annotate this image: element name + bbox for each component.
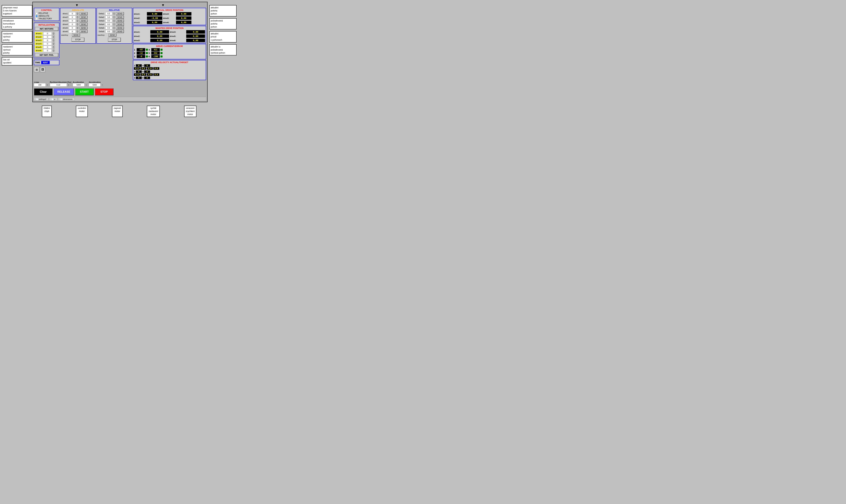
abs-drive2-input[interactable] (69, 16, 76, 19)
init-drive5-input[interactable] (43, 46, 52, 49)
init-drive1-up[interactable]: ▲ (52, 32, 55, 34)
rel-delta4-down[interactable]: ▼ (113, 24, 115, 26)
abs-drive3-up[interactable]: ▲ (76, 19, 79, 21)
rel-delta3-input[interactable] (105, 19, 112, 22)
init-drive3-input[interactable] (43, 39, 52, 42)
rel-delta5-send[interactable]: SEND (116, 26, 124, 30)
init-drive6-up[interactable]: ▲ (52, 49, 55, 51)
init-drive4-input[interactable] (43, 42, 52, 45)
small-icon-1[interactable]: ⊞ (34, 67, 39, 72)
abs-drive6-send[interactable]: SEND (80, 30, 87, 33)
rel-delta2-input[interactable] (105, 16, 112, 19)
init-drive6-input[interactable] (43, 49, 52, 52)
rel-delta5-input[interactable] (105, 26, 112, 30)
tab-settings2[interactable]: 📄 settings2 (34, 97, 49, 101)
rel-delta6-send[interactable]: SEND (116, 30, 124, 33)
abs-drive4-input[interactable] (69, 23, 76, 26)
rel-delta6-input[interactable] (105, 30, 112, 33)
abs-drive6-input[interactable] (69, 30, 76, 33)
init-drive1-down[interactable]: ▼ (52, 34, 55, 35)
init-drive4-up[interactable]: ▲ (52, 42, 55, 44)
radio-trajectory-input[interactable] (36, 18, 38, 20)
jecceleration-up[interactable]: ▲ (101, 83, 103, 85)
rel-delta5-down[interactable]: ▼ (113, 28, 115, 30)
rel-delta1-input[interactable] (105, 12, 112, 15)
rel-delta1-send[interactable]: SEND (116, 12, 124, 15)
radio-absolute-input[interactable] (36, 15, 38, 17)
abs-drive4-down[interactable]: ▼ (76, 24, 79, 26)
init-drive1-input[interactable] (43, 32, 52, 35)
abs-drive6-down[interactable]: ▼ (76, 32, 79, 33)
radio-trajectory[interactable]: TRAJECTORY (36, 18, 58, 20)
abs-drive3-send[interactable]: SEND (80, 19, 87, 22)
rel-delta2-down[interactable]: ▼ (113, 17, 115, 19)
set-init-pos-button[interactable]: SET INIT. POS. (35, 53, 58, 57)
acceleration-down[interactable]: ▼ (85, 85, 87, 86)
rel-vsechny-send[interactable]: SEND (108, 34, 117, 37)
abs-drive5-up[interactable]: ▲ (76, 26, 79, 28)
init-drive3-up[interactable]: ▲ (52, 39, 55, 40)
abs-drive5-down[interactable]: ▼ (76, 28, 79, 30)
init-drive6-down[interactable]: ▼ (52, 51, 55, 52)
radio-relative-input[interactable] (36, 12, 38, 15)
tab-dimensions[interactable]: 📄 dimensions (58, 97, 75, 101)
abs-drive5-input[interactable] (69, 26, 76, 30)
rel-delta3-up[interactable]: ▲ (113, 19, 115, 21)
zmax-up[interactable]: ▲ (46, 83, 49, 85)
abs-drive5-send[interactable]: SEND (80, 26, 87, 30)
rel-delta3-send[interactable]: SEND (116, 19, 124, 22)
abs-drive1-down[interactable]: ▼ (76, 14, 79, 15)
init-drive2-input[interactable] (43, 35, 52, 38)
rel-delta6-down[interactable]: ▼ (113, 32, 115, 33)
rel-delta4-send[interactable]: SEND (116, 23, 124, 26)
stop-button[interactable]: STOP (95, 88, 113, 95)
abs-drive2-down[interactable]: ▼ (76, 17, 79, 19)
jecceleration-down[interactable]: ▼ (101, 85, 103, 86)
abs-drive1-input[interactable] (69, 12, 76, 15)
radio-absolute[interactable]: ABSOLUTE (36, 15, 58, 17)
abs-stop-button[interactable]: STOP (71, 38, 84, 42)
rel-delta6-up[interactable]: ▲ (113, 30, 115, 32)
init-drive5-up[interactable]: ▲ (52, 46, 55, 47)
rychlost-down[interactable]: ▼ (67, 85, 70, 86)
release-button[interactable]: RELEASE (54, 88, 74, 95)
rel-delta1-up[interactable]: ▲ (113, 12, 115, 14)
abs-drive4-send[interactable]: SEND (80, 23, 87, 26)
acceleration-input[interactable] (73, 83, 85, 87)
rel-delta4-input[interactable] (105, 23, 112, 26)
acceleration-up[interactable]: ▲ (85, 83, 87, 85)
rel-delta4-up[interactable]: ▲ (113, 23, 115, 24)
abs-drive2-up[interactable]: ▲ (76, 16, 79, 17)
rel-delta2-up[interactable]: ▲ (113, 16, 115, 17)
rychlost-up[interactable]: ▲ (67, 83, 70, 85)
init-drive2-down[interactable]: ▼ (52, 37, 55, 38)
abs-drive1-up[interactable]: ▲ (76, 12, 79, 14)
abs-vsechny-send[interactable]: SEND (72, 34, 80, 37)
abs-drive6-up[interactable]: ▲ (76, 30, 79, 32)
rel-delta1-down[interactable]: ▼ (113, 14, 115, 15)
init-drive5-down[interactable]: ▼ (52, 47, 55, 49)
radio-relative[interactable]: RELATIVE (36, 12, 58, 15)
init-drive4-down[interactable]: ▼ (52, 44, 55, 45)
abs-drive1-send[interactable]: SEND (80, 12, 87, 15)
zmax-input[interactable] (34, 83, 46, 87)
small-icon-2[interactable]: 🖼 (40, 67, 46, 72)
abs-drive3-input[interactable] (69, 19, 76, 22)
clear-button[interactable]: Clear (34, 88, 53, 95)
rychlost-input[interactable] (50, 83, 67, 87)
jecceleration-input[interactable] (89, 83, 101, 87)
rel-delta3-down[interactable]: ▼ (113, 21, 115, 22)
start-button[interactable]: START (75, 88, 94, 95)
zmax-down[interactable]: ▼ (46, 85, 49, 86)
abs-drive3-down[interactable]: ▼ (76, 21, 79, 22)
tab-u[interactable]: 📄 u (49, 97, 57, 101)
init-drive2-up[interactable]: ▲ (52, 35, 55, 37)
rel-stop-button[interactable]: STOP (108, 38, 121, 42)
abs-drive2-send[interactable]: SEND (80, 16, 87, 19)
rel-delta2-send[interactable]: SEND (116, 16, 124, 19)
abs-drive4-up[interactable]: ▲ (76, 23, 79, 24)
init-drive3-down[interactable]: ▼ (52, 40, 55, 42)
control-radio-group: RELATIVE ABSOLUTE TRAJECTORY (36, 12, 58, 20)
init-motors-button[interactable]: INIT. MOTORS (35, 27, 58, 31)
rel-delta5-up[interactable]: ▲ (113, 26, 115, 28)
